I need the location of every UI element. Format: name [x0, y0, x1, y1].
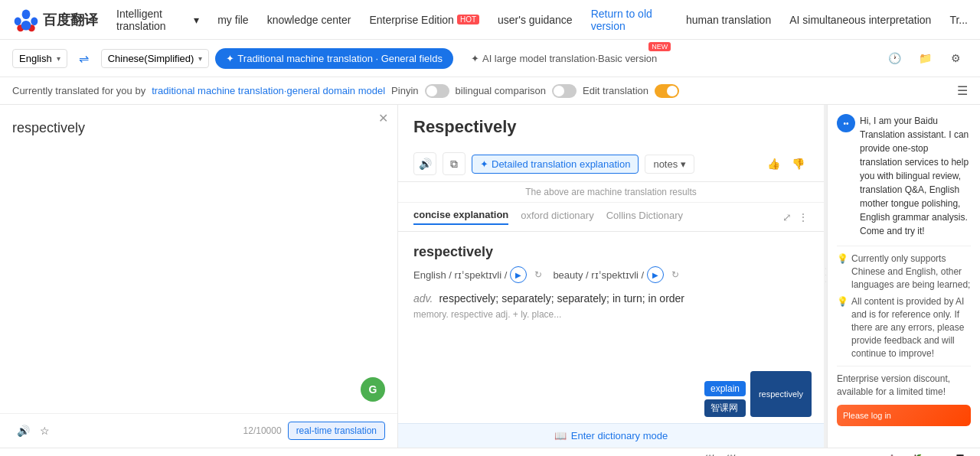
svg-point-2 — [31, 17, 38, 25]
grammarly-icon[interactable]: G — [361, 377, 385, 402]
info-bar: Currently translated for you by traditio… — [0, 77, 980, 105]
nav-intelligent-translation[interactable]: Intelligent translation ▾ — [116, 8, 199, 32]
translation-panel: Respectively 🔊 ⧉ ✦ Detailed translation … — [398, 105, 824, 448]
source-language-select[interactable]: English ▾ — [12, 49, 67, 68]
traditional-mt-icon: ✦ — [226, 53, 234, 64]
promo-label: Enterprise version discount, available f… — [837, 373, 971, 399]
phonetic-english-label: English / rɪˈspektɪvli / — [413, 269, 507, 281]
dict-subtext: memory. respective adj. + ly. place... — [413, 309, 808, 320]
svg-point-0 — [22, 9, 31, 19]
feedback-buttons: 👍 👎 — [763, 153, 808, 174]
ai-divider — [837, 246, 971, 246]
translation-header: Respectively — [398, 105, 824, 152]
phonetic-beauty-play[interactable]: ▶ — [647, 266, 664, 283]
explain-tag[interactable]: explain — [704, 381, 746, 396]
char-count: 12/10000 — [243, 425, 282, 436]
wechat-icon[interactable]: 微 — [726, 453, 738, 456]
input-footer: 🔊 ☆ 12/10000 real-time translation — [0, 413, 397, 448]
source-audio-button[interactable]: 🔊 — [12, 420, 34, 441]
ai-intro-text: Hi, I am your Baidu Translation assistan… — [860, 114, 971, 238]
thumbdown-button[interactable]: 👎 — [787, 153, 808, 174]
notes-button[interactable]: notes ▾ — [645, 155, 694, 174]
translation-audio-button[interactable]: 🔊 — [413, 152, 436, 175]
ai-large-model-tab[interactable]: ✦ AI large model translation·Basic versi… — [459, 47, 668, 70]
close-icon[interactable]: ✕ — [378, 111, 388, 125]
tab-oxford[interactable]: oxford dictionary — [521, 210, 593, 224]
bilingual-toggle-thumb — [554, 86, 564, 96]
ai-model-icon: ✦ — [471, 53, 479, 64]
swap-languages-button[interactable]: ⇌ — [74, 47, 95, 69]
nav-knowledge-center[interactable]: knowledge center — [267, 14, 351, 26]
ai-tip-1: 💡 Currently only supports Chinese and En… — [837, 252, 971, 291]
source-lang-arrow-icon: ▾ — [57, 54, 60, 63]
pinyin-toggle[interactable] — [425, 84, 449, 98]
dict-menu-icon[interactable]: ⋮ — [798, 211, 808, 223]
favorite-button[interactable]: ☆ — [34, 420, 55, 441]
bilingual-label: bilingual comparison — [456, 85, 547, 96]
realtime-translation-button[interactable]: real-time translation — [288, 422, 385, 440]
edit-toggle-thumb — [667, 86, 678, 96]
new-badge: NEW — [648, 42, 671, 51]
nav-user-guidance[interactable]: user's guidance — [498, 14, 573, 26]
dictionary-content: respectively English / rɪˈspektɪvli / ▶ … — [398, 232, 824, 423]
logo: 百度翻译 — [12, 6, 98, 34]
svg-point-5 — [21, 20, 31, 30]
ai-avatar-icon: •• — [837, 114, 855, 132]
lines-icon[interactable]: ☰ — [957, 83, 968, 98]
traditional-mt-tab[interactable]: ✦ Traditional machine translation · Gene… — [215, 48, 453, 69]
explain-button[interactable]: ✦ Detailed translation explanation — [472, 155, 639, 174]
pinyin-label: Pinyin — [391, 85, 418, 96]
phonetic-beauty-refresh[interactable]: ↻ — [667, 266, 684, 283]
source-input-area[interactable]: ✕ respectively — [0, 105, 397, 413]
word-preview-card[interactable]: respectively — [750, 371, 812, 417]
nav-my-file[interactable]: my file — [217, 14, 248, 26]
edit-translation-label: Edit translation — [583, 85, 648, 96]
main-content: ✕ respectively G 🔊 ☆ 12/10000 real-time … — [0, 105, 980, 448]
pos-definition: respectively; separately; separately; in… — [439, 292, 684, 305]
bilingual-toggle[interactable] — [552, 84, 577, 98]
ai-avatar: •• Hi, I am your Baidu Translation assis… — [837, 114, 971, 238]
tab-collins[interactable]: Collins Dictionary — [606, 210, 683, 224]
footer: ©2024Baidu | Must read before using Baid… — [0, 448, 980, 456]
phonetic-english-refresh[interactable]: ↻ — [530, 266, 547, 283]
tip-icon-1: 💡 — [837, 252, 848, 291]
header: 百度翻译 Intelligent translation ▾ my file k… — [0, 0, 980, 40]
weibo-icon[interactable]: 微 — [704, 453, 717, 456]
dict-expand-icon[interactable]: ⤢ — [782, 211, 792, 223]
dictionary-mode-bar[interactable]: 📖 Enter dictionary mode — [398, 423, 824, 448]
pinyin-toggle-thumb — [426, 86, 437, 96]
dict-mode-icon: 📖 — [554, 430, 567, 441]
nav-more[interactable]: Tr... — [949, 14, 968, 26]
pos-row: adv. respectively; separately; separatel… — [413, 292, 808, 305]
dict-tab-actions: ⤢ ⋮ — [782, 211, 808, 223]
history-button[interactable]: 🕐 — [882, 46, 906, 70]
nav-ai-interpretation[interactable]: AI simultaneous interpretation — [789, 14, 931, 26]
translation-model-link[interactable]: traditional machine translation·general … — [152, 85, 385, 96]
zhike-tag[interactable]: 智课网 — [704, 399, 746, 417]
promo-text: Enterprise version discount, available f… — [837, 373, 971, 399]
phonetic-english-play[interactable]: ▶ — [510, 266, 527, 283]
settings-button[interactable]: ⚙ — [943, 46, 968, 70]
dict-word: respectively — [413, 244, 808, 260]
nav-human-translation[interactable]: human translation — [686, 14, 771, 26]
baidu-logo-icon — [12, 6, 40, 34]
source-text: respectively — [12, 120, 85, 135]
phonetic-beauty: beauty / rɪˈspektɪvli / ▶ ↻ — [553, 266, 684, 283]
thumbup-button[interactable]: 👍 — [763, 153, 784, 174]
source-panel: ✕ respectively G 🔊 ☆ 12/10000 real-time … — [0, 105, 398, 448]
hot-badge: HOT — [457, 15, 479, 24]
nav-enterprise[interactable]: Enterprise Edition HOT — [369, 14, 479, 26]
copy-button[interactable]: ⧉ — [443, 152, 466, 175]
notes-arrow-icon: ▾ — [681, 158, 686, 170]
machine-notice: The above are machine translation result… — [398, 182, 824, 203]
target-lang-arrow-icon: ▾ — [198, 54, 202, 63]
nav-return-old[interactable]: Return to old version — [591, 8, 668, 32]
folder-button[interactable]: 📁 — [913, 46, 937, 70]
promo-banner[interactable]: Please log in — [837, 405, 971, 426]
target-language-select[interactable]: Chinese(Simplified) ▾ — [101, 49, 210, 68]
explain-zhike-tags: explain 智课网 — [704, 381, 746, 417]
tip-icon-2: 💡 — [837, 295, 848, 360]
edit-translation-toggle[interactable] — [655, 84, 679, 98]
explain-icon: ✦ — [480, 158, 488, 170]
tab-concise[interactable]: concise explanation — [413, 209, 508, 225]
